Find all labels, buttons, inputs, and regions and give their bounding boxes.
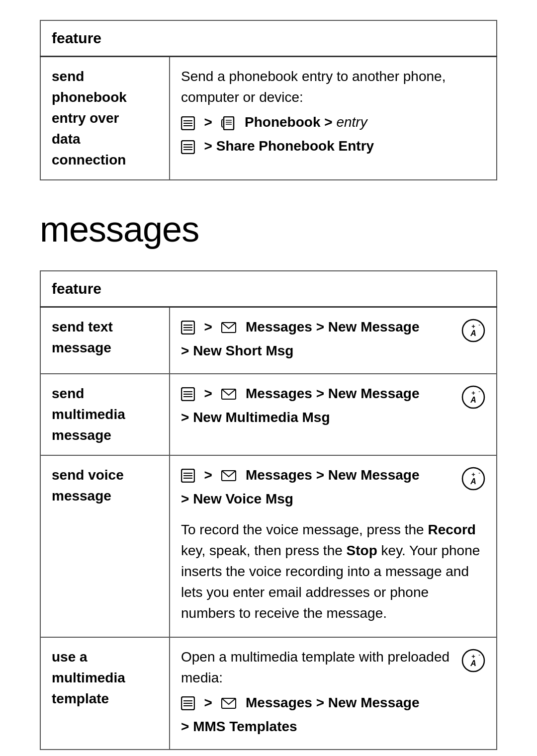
icon-cell: + A " (455, 383, 485, 415)
feature-cell: sendother featuresphonebookentry overdat… (40, 57, 170, 180)
cmd-line-2: > MMS Templates (181, 716, 455, 737)
feature-cell: send textmessage (40, 307, 170, 374)
svg-text:A: A (470, 329, 476, 337)
svg-text:": " (478, 654, 480, 659)
table-row: sendmultimediamessage (40, 374, 497, 455)
table-header-feature: feature (40, 20, 497, 57)
icon-cell: + A " (455, 465, 485, 497)
description-cell: Send a phonebook entry to another phone,… (170, 57, 497, 180)
menu-icon (181, 321, 195, 335)
feature-cell: sendmultimediamessage (40, 374, 170, 455)
shortcut-icon: + A " (461, 385, 485, 409)
cmd-line-1: > Phonebook > entry (181, 112, 485, 133)
row-content: Open a multimedia template with preloade… (181, 647, 455, 740)
phonebook-icon (221, 116, 235, 130)
description-cell: > Messages > New Message > New Voice Msg (170, 455, 497, 637)
cmd-line-2: > Share Phonebook Entry (181, 136, 485, 157)
row-with-icon: Open a multimedia template with preloade… (181, 647, 485, 740)
menu-icon (181, 387, 195, 401)
envelope-icon (221, 322, 236, 333)
feature-label: send textmessage (52, 319, 113, 355)
menu-icon (181, 469, 195, 483)
cmd-line-2: > New Multimedia Msg (181, 407, 455, 428)
svg-text:": " (478, 390, 480, 395)
envelope-icon (221, 389, 236, 400)
voice-msg-extra-text: To record the voice message, press the R… (181, 519, 485, 624)
envelope-icon (221, 470, 236, 481)
row-content: > Messages > New Message > New Multimedi… (181, 383, 455, 431)
feature-label: sendmultimediamessage (52, 386, 125, 443)
feature-label: send voicemessage (52, 467, 124, 504)
svg-text:": " (478, 472, 480, 477)
row-with-icon: > Messages > New Message > New Short Msg (181, 317, 485, 364)
description-cell: > Messages > New Message > New Multimedi… (170, 374, 497, 455)
feature-cell: use amultimediatemplate (40, 637, 170, 750)
table-row: use amultimediatemplate Open a multimedi… (40, 637, 497, 750)
messages-feature-table: feature send textmessage (40, 270, 497, 750)
table-row: send textmessage (40, 307, 497, 374)
cmd-line: > Messages > New Message (181, 317, 455, 337)
cmd-line: > Messages > New Message (181, 465, 455, 486)
shortcut-icon: + A " (461, 319, 485, 342)
table-row: sendother featuresphonebookentry overdat… (40, 57, 497, 180)
svg-text:A: A (470, 659, 476, 668)
section-heading: messages (40, 204, 497, 254)
cmd-line: > Messages > New Message (181, 692, 455, 713)
desc-text: Open a multimedia template with preloade… (181, 647, 455, 688)
description-cell: > Messages > New Message > New Short Msg (170, 307, 497, 374)
row-with-icon: > Messages > New Message > New Multimedi… (181, 383, 485, 431)
cmd-line-2: > New Voice Msg (181, 489, 455, 509)
cmd-line-2: > New Short Msg (181, 340, 455, 361)
icon-cell: + A " (455, 317, 485, 348)
feature-label: use amultimediatemplate (52, 649, 125, 706)
row-with-icon: > Messages > New Message > New Voice Msg (181, 465, 485, 512)
desc-text: Send a phonebook entry to another phone,… (181, 66, 485, 108)
row-content: > Messages > New Message > New Short Msg (181, 317, 455, 364)
messages-table-header: feature (40, 271, 497, 307)
svg-text:": " (478, 324, 480, 329)
svg-text:A: A (470, 396, 476, 404)
svg-rect-4 (224, 117, 234, 130)
feature-cell: send voicemessage (40, 455, 170, 637)
menu-icon-2 (181, 140, 195, 154)
feature-label: sendother featuresphonebookentry overdat… (52, 69, 127, 168)
table-row: send voicemessage (40, 455, 497, 637)
row-content: > Messages > New Message > New Voice Msg (181, 465, 455, 512)
description-cell: Open a multimedia template with preloade… (170, 637, 497, 750)
envelope-icon (221, 698, 236, 709)
phonebook-feature-table: feature sendother featuresphonebookentry… (40, 20, 497, 180)
cmd-line: > Messages > New Message (181, 383, 455, 404)
shortcut-icon: + A " (461, 467, 485, 491)
menu-icon (181, 116, 195, 130)
menu-icon (181, 696, 195, 710)
icon-cell: + A " (455, 647, 485, 678)
shortcut-icon: + A " (461, 649, 485, 672)
svg-text:A: A (470, 477, 476, 486)
page-container: feature sendother featuresphonebookentry… (40, 20, 497, 756)
